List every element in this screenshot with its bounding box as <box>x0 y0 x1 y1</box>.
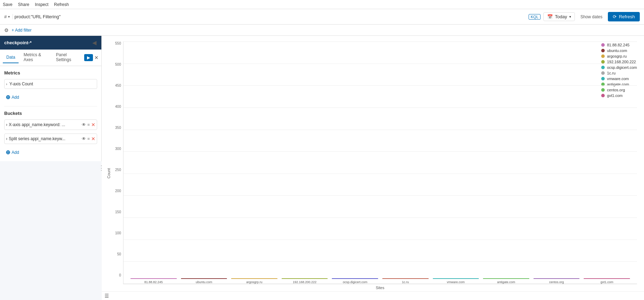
index-chevron-icon: ▾ <box>8 15 10 19</box>
bar-x-label: argosgrp.ru <box>246 280 262 284</box>
calendar-icon: 📅 <box>547 14 553 19</box>
gear-icon[interactable]: ⚙ <box>4 27 9 33</box>
query-bar: # ▾ KQL 📅 Today ▾ Show dates ⟳ Refresh <box>0 9 644 25</box>
tab-panel-settings[interactable]: Panel Settings <box>53 50 83 66</box>
bar-x-label: 1c.ru <box>402 280 409 284</box>
bar-group[interactable]: ubuntu.com <box>181 278 227 284</box>
bar-group[interactable]: centos.org <box>534 278 580 284</box>
bar[interactable] <box>332 278 378 279</box>
run-button[interactable]: ▶ <box>84 54 93 61</box>
refresh-icon: ⟳ <box>613 14 617 19</box>
chart-bars-wrapper: 81.88.82.245ubuntu.comargosgrp.ru192.168… <box>123 41 637 284</box>
y-tick-label: 150 <box>115 210 121 214</box>
bar-x-label: gvt1.com <box>601 280 613 284</box>
refresh-label: Refresh <box>619 14 635 19</box>
bar-x-label: vmware.com <box>447 280 465 284</box>
y-tick-label: 50 <box>117 252 121 256</box>
kql-badge[interactable]: KQL <box>529 14 541 20</box>
share-nav[interactable]: Share <box>18 2 29 7</box>
yaxis-count-item[interactable]: › Y-axis Count <box>4 79 97 89</box>
date-label: Today <box>555 14 567 19</box>
bar-x-label: 81.88.82.245 <box>145 280 163 284</box>
list-icon[interactable]: ☰ <box>105 293 109 299</box>
bar[interactable] <box>181 278 227 279</box>
query-bar-left: # ▾ <box>4 14 526 19</box>
tab-data[interactable]: Data <box>3 52 19 63</box>
y-tick-label: 450 <box>115 84 121 87</box>
yaxis-label: Y-axis Count <box>9 81 33 86</box>
add-bucket-icon: ⊕ <box>6 149 10 156</box>
y-tick-label: 500 <box>115 63 121 66</box>
section-divider <box>4 106 97 106</box>
bar-group[interactable]: 1c.ru <box>382 278 429 284</box>
split-remove-icon[interactable]: ✕ <box>91 136 95 142</box>
bar[interactable] <box>483 278 529 279</box>
bar[interactable] <box>534 278 580 279</box>
collapse-sidebar-button[interactable]: ◀ <box>92 39 97 47</box>
bar-group[interactable]: gvt1.com <box>584 278 630 284</box>
add-metric-icon: ⊕ <box>6 94 10 100</box>
save-nav[interactable]: Save <box>3 2 12 7</box>
bar-group[interactable]: vmware.com <box>433 278 479 284</box>
date-chevron-icon: ▾ <box>569 15 571 19</box>
search-input[interactable] <box>14 14 526 19</box>
index-selector[interactable]: # ▾ <box>4 14 13 19</box>
bar-group[interactable]: 81.88.82.245 <box>130 278 177 284</box>
split-chevron-icon: › <box>6 136 7 141</box>
bars-container: 81.88.82.245ubuntu.comargosgrp.ru192.168… <box>123 41 637 284</box>
inspect-nav[interactable]: Inspect <box>35 2 48 7</box>
add-bucket-button[interactable]: ⊕ Add <box>4 148 97 157</box>
index-hash: # <box>4 14 7 19</box>
buckets-section-title: Buckets <box>4 111 97 116</box>
sidebar: checkpoint-* ◀ Data Metrics & Axes Panel… <box>0 36 102 161</box>
close-panel-button[interactable]: ✕ <box>94 55 99 60</box>
date-picker[interactable]: 📅 Today ▾ <box>543 12 575 21</box>
sidebar-title: checkpoint-* <box>4 40 32 45</box>
xaxis-chevron-icon: › <box>6 122 7 127</box>
bar-group[interactable]: 192.168.200.222 <box>282 278 328 284</box>
split-series-bucket-item[interactable]: › Split series appi_name.keyw... 👁 = ✕ <box>4 133 97 144</box>
bar[interactable] <box>584 278 630 279</box>
xaxis-equals-icon[interactable]: = <box>87 122 90 127</box>
metrics-section-title: Metrics <box>4 70 97 76</box>
chart-inner: Count 550500450400350300250200150100500 … <box>105 41 637 291</box>
bar-x-label: centos.org <box>549 280 564 284</box>
refresh-button[interactable]: ⟳ Refresh <box>608 12 640 21</box>
xaxis-remove-icon[interactable]: ✕ <box>91 122 95 128</box>
y-tick-label: 0 <box>119 273 121 277</box>
bar-group[interactable]: argosgrp.ru <box>231 278 277 284</box>
bar[interactable] <box>382 278 429 279</box>
y-axis: 550500450400350300250200150100500 <box>111 41 123 291</box>
show-dates-button[interactable]: Show dates <box>578 13 605 21</box>
add-filter-button[interactable]: + Add filter <box>12 28 32 33</box>
chart-area: 81.88.82.245ubuntu.comargosgrp.ru192.168… <box>102 36 644 300</box>
bar[interactable] <box>130 278 177 279</box>
yaxis-chevron-icon: › <box>6 82 7 86</box>
bar-group[interactable]: ocsp.digicert.com <box>332 278 378 284</box>
main-layout: checkpoint-* ◀ Data Metrics & Axes Panel… <box>0 36 644 300</box>
y-tick-label: 300 <box>115 147 121 151</box>
xaxis-eye-icon[interactable]: 👁 <box>82 122 86 127</box>
bar-x-label: ubuntu.com <box>196 280 212 284</box>
sidebar-drag-handle[interactable]: ⋮ <box>98 164 105 172</box>
sidebar-header: checkpoint-* ◀ <box>0 36 101 50</box>
bar-x-label: ocsp.digicert.com <box>343 280 367 284</box>
split-series-label: Split series appi_name.keyw... <box>9 136 80 141</box>
split-equals-icon[interactable]: = <box>87 136 90 141</box>
add-metric-label: Add <box>12 95 19 100</box>
tab-metrics-axes[interactable]: Metrics & Axes <box>20 50 51 66</box>
bar[interactable] <box>231 278 277 279</box>
xaxis-bucket-item[interactable]: › X-axis appi_name.keyword: ... 👁 = ✕ <box>4 119 97 130</box>
bar[interactable] <box>282 278 328 279</box>
bar[interactable] <box>433 278 479 279</box>
x-axis-title: Sites <box>123 284 637 291</box>
chart-container: 81.88.82.245ubuntu.comargosgrp.ru192.168… <box>102 36 644 291</box>
bar-x-label: 192.168.200.222 <box>293 280 317 284</box>
split-eye-icon[interactable]: 👁 <box>82 136 86 141</box>
refresh-nav[interactable]: Refresh <box>54 2 69 7</box>
bar-x-label: antigate.com <box>497 280 515 284</box>
y-axis-title: Count <box>105 41 111 291</box>
add-metric-button[interactable]: ⊕ Add <box>4 92 97 102</box>
bar-group[interactable]: antigate.com <box>483 278 529 284</box>
y-tick-label: 400 <box>115 105 121 109</box>
